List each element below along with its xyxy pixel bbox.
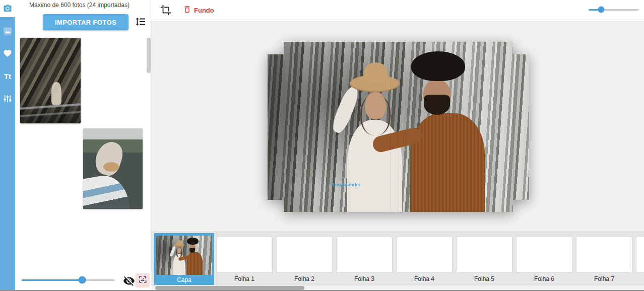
autofill-frame-icon [138, 275, 147, 286]
delete-background-label: Fundo [194, 7, 214, 14]
spine-fold-guide [391, 42, 391, 212]
page-label: Folha 7 [576, 275, 632, 282]
slider-knob[interactable] [79, 276, 86, 284]
filmstrip-page[interactable]: Folha 6 [517, 236, 572, 282]
page-label: Folha 4 [397, 275, 452, 282]
sidebar-item-favorites[interactable] [0, 45, 15, 62]
photo-thumbnail[interactable] [83, 128, 143, 209]
page-edge-guide [284, 42, 284, 212]
art-layer [189, 248, 195, 252]
spine-fold-guide [398, 42, 399, 212]
page-label: Folha 3 [337, 275, 392, 282]
art-layer [83, 171, 130, 209]
page-edge-guide [513, 42, 513, 212]
filmstrip-page[interactable]: Folha 3 [337, 236, 392, 282]
blank-page-thumbnail [576, 237, 632, 272]
art-layer [187, 238, 199, 245]
blank-page-thumbnail [217, 237, 272, 272]
page-label: Folha 5 [457, 275, 512, 282]
art-layer [186, 252, 203, 275]
blank-page-thumbnail [457, 237, 512, 272]
photo-limit-text: Máximo de 600 fotos (24 importadas) [15, 2, 144, 9]
blank-page-thumbnail [397, 237, 452, 272]
spine-fold-guide [406, 42, 406, 212]
filmstrip-page[interactable]: Folha 4 [397, 236, 452, 282]
scrollbar-thumb[interactable] [155, 286, 304, 290]
capa-thumbnail [156, 236, 212, 275]
gallery-scrollbar[interactable] [147, 38, 151, 73]
crop-button[interactable] [160, 5, 171, 16]
art-layer [364, 62, 388, 83]
art-layer [92, 138, 126, 178]
hide-used-photos-button[interactable] [123, 275, 135, 287]
heart-icon [3, 49, 12, 58]
autofill-pages-button[interactable] [136, 273, 150, 287]
blank-page-thumbnail [337, 237, 392, 272]
filmstrip-page[interactable]: Folha 7 [576, 236, 632, 282]
page-canvas: dreambooks [151, 21, 644, 232]
blank-page-thumbnail [277, 237, 332, 272]
filmstrip-page[interactable]: Folha 1 [217, 236, 272, 282]
page-label: Folha 6 [517, 275, 572, 282]
delete-background-button[interactable]: Fundo [183, 5, 214, 15]
trash-icon [183, 5, 191, 15]
gallery-bottom-bar [15, 271, 151, 291]
art-layer [410, 113, 485, 212]
cover-spread-photo[interactable]: dreambooks [268, 42, 529, 212]
eye-off-icon [123, 280, 135, 288]
page-filmstrip: Capa Folha 1 Folha 2 Folha 3 Folha 4 Fol… [151, 232, 644, 285]
slider-fill [22, 279, 82, 281]
sidebar-item-photos[interactable] [0, 0, 15, 17]
art-layer [411, 51, 465, 81]
filmstrip-page-capa[interactable]: Capa [154, 233, 214, 285]
art-layer [177, 240, 182, 245]
sort-photos-button[interactable] [135, 16, 147, 28]
import-photos-button[interactable]: IMPORTAR FOTOS [43, 14, 128, 30]
thumbnail-size-slider[interactable] [22, 276, 115, 284]
sidebar-item-text[interactable]: Tt [0, 67, 15, 85]
watermark-text: dreambooks [332, 182, 360, 187]
photo-gallery-panel: Máximo de 600 fotos (24 importadas) IMPO… [15, 0, 151, 291]
crop-icon [160, 9, 171, 17]
filmstrip-page[interactable]: Folha 2 [277, 236, 332, 282]
filmstrip-page-partial[interactable] [636, 236, 644, 282]
zoom-slider[interactable] [589, 6, 639, 14]
image-icon [3, 26, 13, 36]
art-layer [20, 99, 81, 123]
line-spacing-icon [135, 20, 146, 29]
slider-knob[interactable] [598, 7, 605, 13]
text-icon: Tt [4, 72, 11, 81]
blank-page-thumbnail [517, 237, 572, 272]
blank-page-thumbnail [636, 237, 644, 272]
filmstrip-scrollbar[interactable] [151, 285, 644, 290]
tune-icon [3, 94, 12, 103]
sidebar-item-layouts[interactable] [0, 22, 15, 39]
photo-thumbnail[interactable] [20, 38, 81, 123]
page-label: Folha 2 [277, 275, 332, 282]
camera-icon [3, 4, 12, 13]
sidebar-item-adjust[interactable] [0, 90, 15, 107]
art-layer [365, 91, 386, 119]
editor-toolbar: Fundo [151, 0, 644, 20]
cover-photo[interactable]: dreambooks [268, 42, 529, 212]
page-label: Capa [154, 276, 214, 283]
tool-sidebar: Tt [0, 0, 15, 291]
filmstrip-page[interactable]: Folha 5 [457, 236, 512, 282]
page-label: Folha 1 [217, 275, 272, 282]
